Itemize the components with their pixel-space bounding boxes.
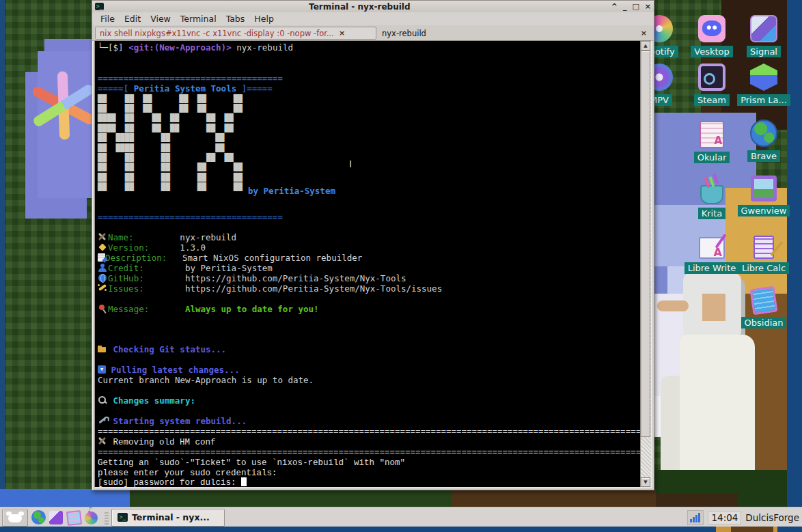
wallpaper-character-face <box>702 294 725 321</box>
music-cd-icon[interactable] <box>85 509 101 526</box>
menu-item-tabs[interactable]: Tabs <box>222 13 249 25</box>
icon-label: Gwenview <box>738 205 790 216</box>
rollup-button[interactable]: ^ <box>611 2 618 12</box>
desktop-icon-gwenview[interactable]: Gwenview <box>734 176 793 216</box>
terminal-line: [sudo] password for dulcis: <box>98 477 640 487</box>
desktop-icon-krita[interactable]: Krita <box>682 176 741 219</box>
icon-label: Steam <box>694 94 730 106</box>
app-menu-button[interactable] <box>2 509 28 527</box>
terminal-line: └─[$] <git:(New-Approach)> nyx-rebuild <box>98 43 640 53</box>
terminal-line <box>98 223 640 233</box>
vesktop-icon <box>698 15 725 42</box>
terminal-area: by Peritia-System I └─[$] <git:(New-Appr… <box>94 40 652 488</box>
desktop-icon-brave[interactable]: Brave <box>734 120 793 162</box>
steam-icon <box>698 64 725 91</box>
clock[interactable]: 14:04 <box>708 511 741 524</box>
folder-icon <box>98 345 108 353</box>
terminal-line <box>98 406 640 417</box>
terminal-line: Description: Smart NixOS configuration r… <box>98 253 640 264</box>
window-titlebar[interactable]: >_ Terminal - nyx-rebuild ^ _ □ × <box>92 1 654 12</box>
terminal-window: >_ Terminal - nyx-rebuild ^ _ □ × FileEd… <box>92 0 654 490</box>
desktop-icon-signal[interactable]: Signal <box>734 15 793 57</box>
terminal-line: Starting system rebuild... <box>98 417 640 427</box>
task-label: Terminal - nyx... <box>132 512 210 522</box>
terminal-line <box>98 386 640 396</box>
scroll-up-button[interactable]: ▲ <box>641 41 650 51</box>
taskbar: >_ Terminal - nyx... 14:04 DulcisForge <box>0 507 802 527</box>
scrollbar-thumb[interactable] <box>641 51 650 437</box>
terminal-line <box>98 193 640 203</box>
tab-close-icon[interactable]: × <box>641 29 650 38</box>
tab-label: nyx-rebuild <box>382 29 426 38</box>
menu-item-file[interactable]: File <box>96 13 119 25</box>
tools-icon <box>98 437 108 445</box>
desktop-icon-steam[interactable]: Steam <box>682 64 741 106</box>
signal-icon <box>750 15 777 42</box>
wrench-icon <box>98 417 108 425</box>
art-caption: by Peritia-System <box>248 186 335 196</box>
icon-label: Okular <box>694 152 730 163</box>
terminal-line: Pulling latest changes... <box>98 365 640 376</box>
prism-icon <box>750 64 777 91</box>
menu-item-terminal[interactable]: Terminal <box>176 13 221 25</box>
icon-label: Libre Write <box>685 262 740 274</box>
terminal-line: Current branch New-Approach is up to dat… <box>98 376 640 386</box>
text-cursor-ibeam: I <box>349 158 352 169</box>
brave-icon <box>750 120 777 147</box>
notes-icon[interactable] <box>67 509 83 526</box>
nixos-snowflake-art <box>26 68 101 143</box>
launcher-mascot-icon <box>8 514 22 522</box>
wallpaper-character-arm <box>657 300 689 311</box>
nyx-ascii-art: ██ ██ ██ ██ ██ ██ ██ ██ ██ ██ ██ ██ ████… <box>98 94 640 193</box>
terminal-line: Issues: https://github.com/Peritia-Syste… <box>98 284 640 294</box>
terminal-body[interactable]: by Peritia-System I └─[$] <git:(New-Appr… <box>95 41 640 487</box>
desktop-icon-libre-calc[interactable]: Libre Calc <box>734 232 793 274</box>
tab-1[interactable]: nyx-rebuild× <box>378 26 654 40</box>
terminal-line: Removing old HM conf <box>98 437 640 447</box>
terminal-line <box>98 203 640 213</box>
memo-icon <box>98 253 105 262</box>
menu-item-edit[interactable]: Edit <box>120 13 145 25</box>
browser-globe-icon[interactable] <box>31 509 48 526</box>
wallpaper-grass <box>130 489 499 507</box>
desktop-icon-okular[interactable]: Okular <box>682 120 741 163</box>
close-button[interactable]: × <box>645 2 651 12</box>
signal-box-icon[interactable] <box>49 509 66 526</box>
scroll-down-button[interactable]: ▼ <box>641 477 650 487</box>
icon-label: Brave <box>747 150 780 162</box>
terminal-line: Name: nyx-rebuild <box>98 233 640 243</box>
terminal-line <box>98 335 640 346</box>
icon-label: Libre Calc <box>738 262 789 274</box>
terminal-line: ==================================== <box>98 74 640 84</box>
scrollbar[interactable]: ▲ ▼ <box>640 41 651 487</box>
tab-0[interactable]: nix shell nixpkgs#x11vnc -c x11vnc -disp… <box>95 27 376 40</box>
terminal-line <box>98 64 640 74</box>
menu-item-view[interactable]: View <box>146 13 175 25</box>
desktop-icon-libre-write[interactable]: Libre Write <box>682 232 741 274</box>
tools-icon <box>98 233 108 241</box>
icon-label: Vesktop <box>691 46 733 57</box>
taskbar-separator <box>105 511 109 524</box>
wallpaper-ground <box>451 489 656 507</box>
menu-item-help[interactable]: Help <box>250 13 278 25</box>
taskbar-task-terminal[interactable]: >_ Terminal - nyx... <box>111 509 225 527</box>
desktop-icon-vesktop[interactable]: Vesktop <box>682 15 741 57</box>
block-cursor <box>241 477 247 486</box>
terminal-line <box>98 53 640 64</box>
terminal-line: ========================================… <box>98 447 640 458</box>
desktop-icon-obsidian[interactable]: Obsidian <box>734 288 793 328</box>
download-icon <box>98 365 106 374</box>
pin-icon <box>98 305 108 313</box>
terminal-line: Getting an `sudo`-"Ticket" to use `nixos… <box>98 458 640 468</box>
terminal-line <box>98 325 640 335</box>
terminal-line: ========================================… <box>98 427 640 437</box>
terminal-line: =====[ Peritia System Tools ]===== <box>98 84 640 94</box>
tab-bar: nix shell nixpkgs#x11vnc -c x11vnc -disp… <box>92 25 654 41</box>
minimize-button[interactable]: _ <box>623 2 627 12</box>
desktop-screen: SpotifyVesktopSignalMPVSteamPrism La...O… <box>0 0 802 532</box>
desktop-icon-prism-la-[interactable]: Prism La... <box>734 64 793 106</box>
icon-label: Obsidian <box>741 317 787 328</box>
tab-close-icon[interactable]: × <box>339 29 345 38</box>
maximize-button[interactable]: □ <box>632 2 639 12</box>
window-title: Terminal - nyx-rebuild <box>108 2 611 12</box>
